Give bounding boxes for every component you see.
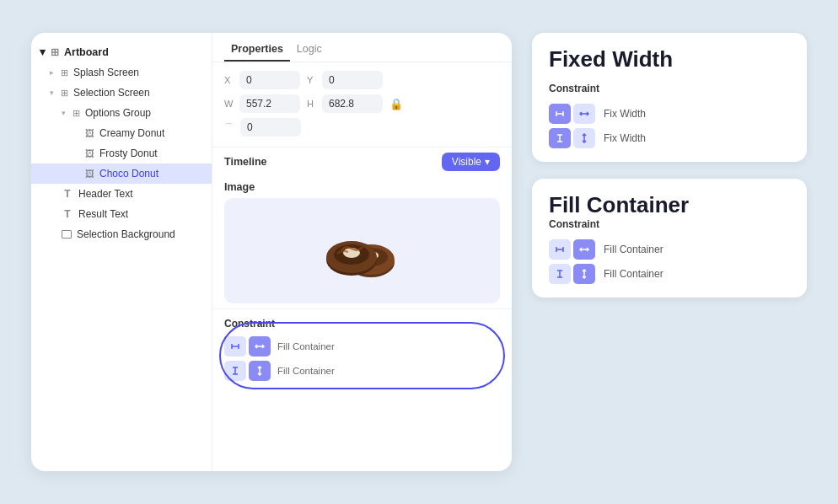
fw-v-expand-btn[interactable] — [573, 128, 595, 148]
options-group-label: Options Group — [85, 107, 151, 119]
sidebar-item-frosty-donut[interactable]: 🖼 Frosty Donut — [31, 143, 212, 164]
fill-container-card: Fill Container Constraint Fill Container — [532, 179, 807, 298]
constraint-v-top-btn[interactable] — [224, 361, 246, 381]
fixed-width-constraint-block: Constraint Fix Width — [549, 83, 790, 148]
fw-row-2: Fix Width — [549, 128, 790, 148]
image-preview — [224, 198, 500, 303]
fc-h-left-btn[interactable] — [549, 239, 571, 260]
lock-icon: 🔒 — [389, 98, 403, 110]
fw-v-expand-icon — [579, 133, 589, 143]
xy-row: X Y — [224, 71, 500, 89]
fw-h-left-btn[interactable] — [549, 104, 571, 124]
y-input[interactable] — [322, 71, 383, 89]
sidebar-item-creamy-donut[interactable]: 🖼 Creamy Donut — [31, 123, 212, 143]
constraint-row-1-value: Fill Container — [277, 341, 335, 351]
fill-constraint-label: Constraint — [549, 218, 790, 230]
splash-grid-icon: ⊞ — [61, 67, 68, 78]
fw-row-1-value: Fix Width — [604, 108, 646, 120]
result-text-icon: T — [62, 208, 73, 220]
fc-row-1-value: Fill Container — [604, 244, 663, 255]
sidebar-item-choco-donut[interactable]: 🖼 Choco Donut — [31, 164, 212, 184]
fc-row-1: Fill Container — [549, 239, 790, 260]
creamy-donut-label: Creamy Donut — [99, 127, 164, 139]
selection-screen-grid-icon: ⊞ — [61, 88, 68, 99]
v-fixed-icon — [230, 366, 240, 376]
properties-panel: Properties Logic X Y W H 🔒 — [212, 33, 512, 471]
corner-row: ⌒ — [224, 118, 500, 137]
w-input[interactable] — [239, 94, 300, 113]
fc-btns-2 — [549, 264, 595, 284]
fc-v-top-btn[interactable] — [549, 264, 571, 284]
x-input[interactable] — [239, 71, 300, 89]
fw-v-fixed-icon — [555, 133, 565, 143]
sidebar-item-result-text[interactable]: T Result Text — [31, 204, 212, 224]
artboard-label: Artboard — [64, 46, 109, 58]
visible-button[interactable]: Visible ▾ — [442, 153, 500, 171]
constraint-section: Constraint Fill Container — [212, 308, 512, 388]
splash-screen-label: Splash Screen — [73, 67, 139, 78]
tab-properties[interactable]: Properties — [224, 40, 290, 62]
fc-v-fixed-icon — [555, 269, 565, 279]
fc-h-expand-btn[interactable] — [573, 239, 595, 260]
image-section-label: Image — [212, 176, 512, 198]
visible-label: Visible — [452, 156, 481, 168]
constraint-btns-1 — [224, 336, 271, 357]
fw-btns-2 — [549, 128, 595, 148]
sidebar-item-options-group[interactable]: ▾ ⊞ Options Group — [31, 103, 212, 123]
fw-h-expand-icon — [579, 109, 589, 119]
selection-screen-label: Selection Screen — [73, 87, 150, 99]
choco-donut-img-icon: 🖼 — [85, 169, 94, 179]
fc-btns-1 — [549, 239, 595, 260]
h-label: H — [307, 99, 315, 109]
sidebar-item-splash-screen[interactable]: ▸ ⊞ Splash Screen — [31, 62, 212, 83]
prop-tabs: Properties Logic — [212, 33, 512, 62]
fw-h-fixed-icon — [555, 109, 565, 119]
constraint-h-left-btn[interactable] — [224, 336, 246, 357]
h-expand-icon — [255, 341, 265, 351]
frosty-donut-label: Frosty Donut — [99, 147, 158, 159]
choco-donut-label: Choco Donut — [99, 168, 158, 180]
sidebar-item-selection-background[interactable]: Selection Background — [31, 224, 212, 244]
fc-h-fixed-icon — [555, 244, 565, 255]
geometry-section: X Y W H 🔒 ⌒ — [212, 62, 512, 147]
constraint-row-2-value: Fill Container — [277, 366, 335, 376]
visible-chevron-icon: ▾ — [485, 156, 490, 168]
h-input[interactable] — [322, 94, 383, 113]
donut-illustration — [316, 213, 409, 289]
fw-btns-1 — [549, 104, 595, 124]
w-label: W — [224, 99, 233, 109]
h-fixed-icon — [230, 341, 240, 351]
options-group-grid-icon: ⊞ — [73, 108, 80, 119]
sidebar-item-selection-screen[interactable]: ▾ ⊞ Selection Screen — [31, 83, 212, 103]
fw-v-top-btn[interactable] — [549, 128, 571, 148]
fw-row-1: Fix Width — [549, 104, 790, 124]
fill-constraint-block: Constraint Fill Container — [549, 218, 790, 284]
corner-input[interactable] — [240, 118, 301, 137]
fc-row-2: Fill Container — [549, 264, 790, 284]
timeline-label: Timeline — [224, 156, 266, 168]
corner-icon: ⌒ — [224, 121, 234, 134]
selection-screen-caret: ▾ — [50, 88, 54, 97]
constraint-row-1: Fill Container — [224, 336, 500, 357]
constraint-h-expand-btn[interactable] — [249, 336, 271, 357]
selection-background-label: Selection Background — [77, 228, 175, 240]
fw-h-expand-btn[interactable] — [573, 104, 595, 124]
sidebar-item-artboard[interactable]: ▾ ⊞ Artboard — [31, 41, 212, 62]
fc-h-expand-icon — [579, 244, 589, 255]
artboard-grid-icon: ⊞ — [51, 46, 59, 58]
constraint-row-2: Fill Container — [224, 361, 500, 381]
fw-row-2-value: Fix Width — [604, 132, 646, 144]
tab-logic[interactable]: Logic — [290, 40, 329, 62]
options-group-caret: ▾ — [62, 109, 66, 117]
fill-container-title: Fill Container — [549, 192, 790, 218]
header-text-label: Header Text — [78, 188, 132, 200]
sidebar-item-header-text[interactable]: T Header Text — [31, 184, 212, 204]
artboard-caret: ▾ — [40, 46, 46, 58]
constraint-grid: Fill Container Fill Container — [224, 336, 500, 381]
fc-v-expand-icon — [579, 269, 589, 279]
creamy-donut-img-icon: 🖼 — [85, 128, 94, 138]
fc-v-expand-btn[interactable] — [573, 264, 595, 284]
sidebar: ▾ ⊞ Artboard ▸ ⊞ Splash Screen ▾ ⊞ Selec… — [31, 33, 212, 471]
constraint-section-label: Constraint — [224, 318, 500, 330]
constraint-v-expand-btn[interactable] — [249, 361, 271, 381]
